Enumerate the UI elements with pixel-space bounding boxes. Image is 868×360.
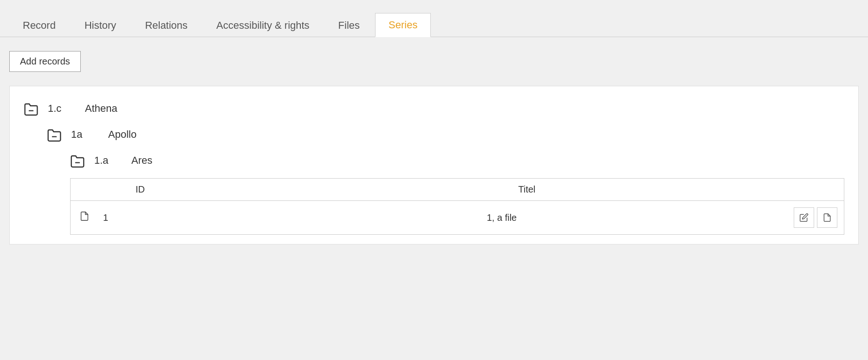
- file-icon: [71, 210, 98, 225]
- add-records-button[interactable]: Add records: [9, 51, 81, 72]
- tabs-bar: Record History Relations Accessibility &…: [0, 0, 868, 37]
- main-content: Add records 1.c Athena 1a Apollo: [0, 37, 868, 360]
- folder-minus-icon: [24, 102, 39, 115]
- tab-history[interactable]: History: [71, 13, 130, 37]
- records-table: ID Titel 1 1, a file: [70, 178, 844, 235]
- table-row: 1 1, a file: [71, 201, 844, 234]
- table-header: ID Titel: [71, 179, 844, 201]
- tab-accessibility[interactable]: Accessibility & rights: [203, 13, 323, 37]
- column-header-title: Titel: [210, 184, 844, 195]
- row-id: 1: [98, 212, 210, 223]
- row-title: 1, a file: [210, 212, 794, 223]
- series-item-athena: 1.c Athena: [24, 96, 844, 122]
- series-container: 1.c Athena 1a Apollo 1.a Ares: [9, 86, 859, 244]
- folder-minus-icon: [70, 154, 85, 167]
- edit-button[interactable]: [794, 207, 814, 228]
- tab-relations[interactable]: Relations: [131, 13, 201, 37]
- folder-minus-icon: [47, 128, 62, 141]
- tab-files[interactable]: Files: [325, 13, 373, 37]
- row-actions: [794, 207, 844, 228]
- tab-series[interactable]: Series: [375, 13, 431, 37]
- series-item-ares: 1.a Ares: [70, 148, 844, 174]
- column-header-id: ID: [71, 184, 210, 195]
- tab-record[interactable]: Record: [9, 13, 69, 37]
- series-item-apollo: 1a Apollo: [47, 122, 844, 148]
- copy-button[interactable]: [817, 207, 837, 228]
